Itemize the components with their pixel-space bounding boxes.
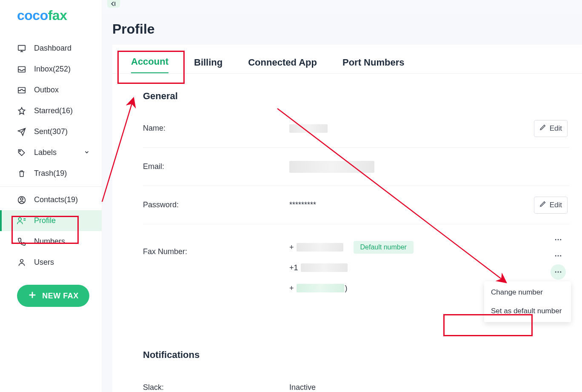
more-button-fax-1[interactable]	[551, 232, 566, 247]
sidebar-item-label: Trash(19)	[34, 169, 67, 178]
new-fax-button[interactable]: NEW FAX	[17, 285, 89, 307]
edit-name-button[interactable]: Edit	[534, 120, 568, 137]
more-button-fax-2[interactable]	[551, 248, 566, 263]
send-icon	[17, 128, 26, 136]
row-name: Name: Edit	[143, 109, 569, 148]
star-icon	[17, 107, 26, 115]
label-email: Email:	[143, 162, 289, 171]
sidebar-item-outbox[interactable]: Outbox	[0, 80, 102, 100]
masked-name-value	[289, 124, 328, 133]
sidebar-item-numbers[interactable]: Numbers	[0, 231, 102, 252]
sidebar-item-inbox[interactable]: Inbox(252)	[0, 59, 102, 80]
tabs: Account Billing Connected App Port Numbe…	[112, 45, 582, 74]
fax-suffix-3: )	[345, 284, 348, 293]
svg-point-5	[20, 197, 23, 200]
tab-account[interactable]: Account	[131, 56, 168, 73]
row-password: Password: ********* Edit	[143, 186, 569, 224]
new-fax-label: NEW FAX	[42, 292, 79, 300]
section-title-notifications: Notifications	[130, 341, 582, 368]
nav: Dashboard Inbox(252) Outbox Starred(16) …	[0, 38, 102, 273]
svg-point-12	[558, 255, 559, 257]
row-fax-number: Fax Number: + Default number +1 + )	[143, 224, 569, 311]
user-circle-icon	[17, 196, 26, 204]
fax-prefix-2: +1	[289, 263, 298, 272]
svg-point-3	[20, 150, 21, 152]
profile-card: Account Billing Connected App Port Numbe…	[112, 45, 582, 392]
section-title-general: General	[130, 82, 582, 109]
trash-icon	[17, 169, 26, 178]
sidebar-item-label: Users	[34, 258, 54, 267]
sidebar-item-trash[interactable]: Trash(19)	[0, 163, 102, 184]
masked-fax-2	[301, 263, 348, 272]
svg-point-8	[555, 239, 556, 240]
svg-point-9	[558, 239, 559, 240]
masked-fax-3	[297, 284, 344, 292]
edit-label: Edit	[550, 201, 562, 209]
user-icon	[17, 258, 26, 267]
tab-connected-app[interactable]: Connected App	[248, 57, 317, 73]
svg-rect-0	[18, 45, 25, 50]
outbox-icon	[17, 86, 26, 94]
default-number-badge: Default number	[354, 241, 414, 254]
main: Profile Account Billing Connected App Po…	[102, 14, 582, 392]
sidebar-item-labels[interactable]: Labels	[0, 142, 102, 163]
svg-point-11	[555, 255, 556, 257]
sidebar-item-contacts[interactable]: Contacts(19)	[0, 189, 102, 210]
sidebar-item-label: Contacts(19)	[34, 195, 78, 204]
profile-icon	[17, 217, 26, 225]
nav-divider	[0, 186, 102, 187]
notifications-section: Notifications Slack: Inactive	[130, 341, 582, 392]
logo-part1: coco	[17, 8, 48, 23]
fax-prefix-3: +	[289, 284, 294, 293]
slack-value: Inactive	[289, 383, 316, 392]
monitor-icon	[17, 45, 26, 52]
password-value: *********	[289, 200, 316, 209]
svg-point-15	[558, 272, 559, 273]
inbox-icon	[17, 66, 26, 73]
sidebar-item-label: Sent(307)	[34, 127, 68, 136]
sidebar-item-profile[interactable]: Profile	[0, 210, 102, 231]
page-title: Profile	[102, 14, 582, 45]
masked-fax-1	[297, 243, 343, 252]
svg-point-16	[560, 272, 561, 273]
popup-set-default[interactable]: Set as default number	[484, 302, 571, 320]
masked-email-value	[289, 161, 374, 173]
svg-point-13	[560, 255, 561, 257]
label-fax-number: Fax Number:	[143, 232, 289, 256]
sidebar-item-users[interactable]: Users	[0, 252, 102, 273]
plus-icon	[28, 290, 37, 302]
sidebar-item-label: Outbox	[34, 86, 59, 94]
sidebar-item-label: Starred(16)	[34, 106, 73, 115]
sidebar: cocofax Dashboard Inbox(252) Outbox Star…	[0, 0, 102, 392]
sidebar-item-label: Labels	[34, 148, 57, 157]
sidebar-item-label: Inbox(252)	[34, 65, 71, 74]
sidebar-item-sent[interactable]: Sent(307)	[0, 121, 102, 142]
label-name: Name:	[143, 124, 289, 133]
tab-billing[interactable]: Billing	[194, 57, 223, 73]
svg-point-14	[555, 272, 556, 273]
logo-part2: fax	[48, 8, 67, 23]
popup-change-number[interactable]: Change number	[484, 283, 571, 302]
pencil-icon	[539, 124, 546, 133]
label-slack: Slack:	[143, 383, 289, 392]
tag-icon	[17, 149, 26, 157]
sidebar-item-label: Profile	[34, 216, 56, 225]
collapse-sidebar-button[interactable]	[107, 0, 120, 8]
fax-prefix-1: +	[289, 243, 294, 252]
general-section: General Name: Edit Email:	[130, 82, 582, 328]
logo: cocofax	[0, 0, 102, 31]
label-password: Password:	[143, 200, 289, 209]
row-email: Email:	[143, 148, 569, 186]
sidebar-item-starred[interactable]: Starred(16)	[0, 100, 102, 121]
pencil-icon	[539, 200, 546, 209]
sidebar-item-label: Dashboard	[34, 44, 71, 53]
sidebar-item-label: Numbers	[34, 237, 65, 246]
sidebar-item-dashboard[interactable]: Dashboard	[0, 38, 102, 59]
svg-point-7	[20, 259, 23, 262]
edit-password-button[interactable]: Edit	[534, 197, 568, 214]
svg-point-10	[560, 239, 561, 240]
tab-port-numbers[interactable]: Port Numbers	[342, 57, 404, 73]
edit-label: Edit	[550, 124, 562, 133]
row-slack: Slack: Inactive	[143, 368, 569, 392]
more-button-fax-3[interactable]	[551, 264, 566, 280]
